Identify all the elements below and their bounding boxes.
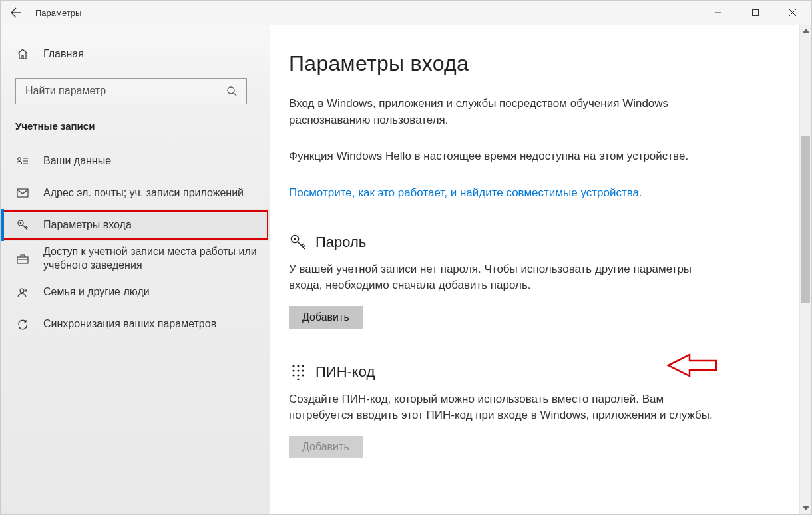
search-input[interactable]	[25, 85, 226, 97]
scrollbar-thumb[interactable]	[801, 136, 810, 303]
briefcase-icon	[15, 254, 30, 264]
intro-text: Вход в Windows, приложения и службы поср…	[289, 96, 715, 128]
sidebar-item-signin-options[interactable]: Параметры входа	[1, 209, 270, 241]
maximize-button[interactable]	[737, 1, 774, 25]
sidebar-item-email-accounts[interactable]: Адрес эл. почты; уч. записи приложений	[1, 177, 270, 209]
window-controls	[700, 1, 811, 25]
back-button[interactable]	[1, 1, 31, 25]
learn-more-link[interactable]: Посмотрите, как это работает, и найдите …	[289, 185, 715, 202]
svg-point-7	[20, 289, 24, 293]
search-box[interactable]	[15, 78, 247, 104]
sidebar-item-label: Семья и другие люди	[43, 285, 150, 299]
svg-point-12	[302, 365, 304, 367]
titlebar: Параметры	[1, 1, 811, 25]
sidebar-item-sync[interactable]: Синхронизация ваших параметров	[1, 309, 270, 341]
key-icon	[289, 234, 307, 251]
pin-heading: ПИН-код	[315, 363, 375, 381]
svg-rect-0	[753, 10, 759, 16]
svg-point-2	[18, 158, 21, 160]
svg-point-9	[294, 238, 296, 240]
home-icon	[15, 48, 30, 60]
sidebar-item-work-access[interactable]: Доступ к учетной записи места работы или…	[1, 241, 270, 277]
scroll-up-icon[interactable]	[800, 25, 811, 37]
maximize-icon	[751, 9, 759, 17]
page-title: Параметры входа	[289, 51, 791, 76]
svg-rect-3	[17, 189, 28, 197]
sidebar-item-label: Адрес эл. почты; уч. записи приложений	[43, 186, 244, 200]
close-icon	[789, 9, 797, 17]
sidebar: Главная Учетные записи Ваши данные	[1, 25, 270, 514]
svg-point-19	[297, 378, 299, 380]
minimize-button[interactable]	[700, 1, 737, 25]
arrow-left-icon	[11, 7, 21, 18]
window-title: Параметры	[35, 8, 81, 18]
svg-rect-6	[17, 257, 28, 263]
search-icon	[226, 86, 237, 96]
svg-point-5	[20, 222, 22, 224]
sidebar-item-family[interactable]: Семья и другие люди	[1, 277, 270, 309]
annotation-arrow-icon	[666, 353, 717, 378]
hello-unavailable-text: Функция Windows Hello в настоящее время …	[289, 148, 715, 165]
close-button[interactable]	[774, 1, 811, 25]
pin-desc: Создайте ПИН-код, который можно использо…	[289, 391, 715, 424]
sync-icon	[15, 319, 30, 331]
main-content: Параметры входа Вход в Windows, приложен…	[270, 25, 811, 514]
person-card-icon	[15, 156, 30, 166]
password-section-header: Пароль	[289, 234, 791, 251]
vertical-scrollbar[interactable]	[799, 25, 811, 514]
sidebar-nav: Ваши данные Адрес эл. почты; уч. записи …	[1, 145, 270, 341]
nav-home[interactable]: Главная	[1, 38, 270, 70]
svg-point-18	[302, 374, 304, 376]
svg-point-1	[228, 87, 234, 94]
sidebar-section-title: Учетные записи	[1, 120, 270, 145]
add-password-button[interactable]: Добавить	[289, 306, 363, 329]
svg-point-16	[292, 374, 294, 376]
svg-point-13	[292, 369, 294, 371]
sidebar-item-label: Доступ к учетной записи места работы или…	[43, 245, 260, 273]
svg-point-15	[302, 369, 304, 371]
password-desc: У вашей учетной записи нет пароля. Чтобы…	[289, 261, 715, 294]
svg-point-10	[292, 365, 294, 367]
people-plus-icon	[15, 287, 30, 298]
keypad-icon	[289, 364, 307, 380]
nav-home-label: Главная	[43, 48, 84, 60]
key-icon	[15, 219, 30, 231]
sidebar-item-label: Параметры входа	[43, 218, 132, 232]
sidebar-item-label: Ваши данные	[43, 154, 111, 168]
scroll-down-icon[interactable]	[800, 502, 811, 514]
mail-icon	[15, 188, 30, 198]
settings-window: Параметры	[0, 0, 812, 515]
svg-point-11	[297, 365, 299, 367]
svg-point-17	[297, 374, 299, 376]
svg-point-14	[297, 369, 299, 371]
sidebar-item-your-info[interactable]: Ваши данные	[1, 145, 270, 177]
minimize-icon	[714, 9, 722, 17]
add-pin-button: Добавить	[289, 436, 363, 458]
sidebar-item-label: Синхронизация ваших параметров	[43, 317, 216, 331]
password-heading: Пароль	[315, 234, 366, 251]
